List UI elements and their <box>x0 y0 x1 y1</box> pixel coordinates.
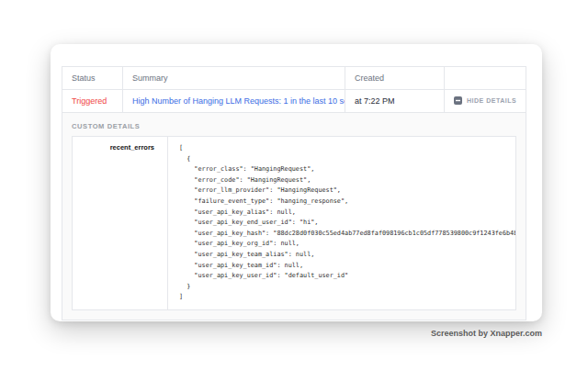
col-header-status: Status <box>62 67 123 90</box>
details-row: CUSTOM DETAILS recent_errors [ { "error_… <box>62 113 526 320</box>
watermark-text: Screenshot by Xnapper.com <box>431 329 542 338</box>
alerts-table: Status Summary Created Triggered High Nu… <box>62 66 526 320</box>
custom-details-heading: CUSTOM DETAILS <box>72 122 516 130</box>
details-key-label: recent_errors <box>73 137 168 309</box>
details-cell: CUSTOM DETAILS recent_errors [ { "error_… <box>62 113 526 320</box>
table-header-row: Status Summary Created <box>62 67 526 90</box>
status-cell: Triggered <box>62 90 123 113</box>
summary-cell: High Number of Hanging LLM Requests: 1 i… <box>123 90 345 113</box>
alert-summary-link[interactable]: High Number of Hanging LLM Requests: 1 i… <box>132 96 345 106</box>
actions-cell: HIDE DETAILS <box>445 90 526 113</box>
hide-details-button[interactable]: HIDE DETAILS <box>454 96 516 105</box>
alert-table-row: Triggered High Number of Hanging LLM Req… <box>62 90 526 113</box>
alert-details-card: Status Summary Created Triggered High Nu… <box>51 44 542 321</box>
col-header-summary: Summary <box>123 67 345 90</box>
screenshot-background: Status Summary Created Triggered High Nu… <box>0 0 588 382</box>
created-timestamp: at 7:22 PM <box>355 96 395 106</box>
status-badge: Triggered <box>72 96 107 106</box>
col-header-created: Created <box>345 67 445 90</box>
hide-details-label: HIDE DETAILS <box>467 97 516 104</box>
details-json-value: [ { "error_class": "HangingRequest", "er… <box>168 137 515 309</box>
col-header-actions <box>445 67 526 90</box>
collapse-minus-icon <box>454 96 462 105</box>
custom-details-panel: recent_errors [ { "error_class": "Hangin… <box>72 136 516 310</box>
created-cell: at 7:22 PM <box>345 90 445 113</box>
